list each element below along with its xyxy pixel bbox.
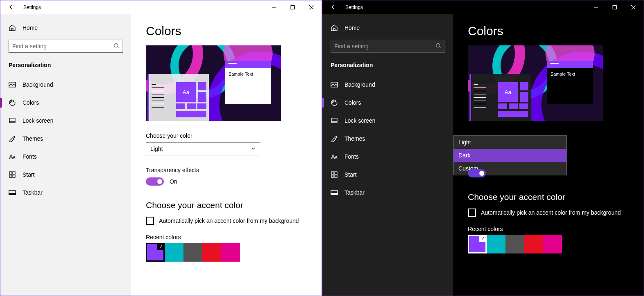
transparency-toggle[interactable] <box>146 177 164 186</box>
fonts-icon <box>331 153 338 160</box>
nav-label: Start <box>22 171 35 178</box>
maximize-button[interactable] <box>605 1 624 14</box>
nav-colors[interactable]: Colors <box>322 94 453 112</box>
picture-icon <box>331 81 338 88</box>
close-button[interactable] <box>624 1 643 14</box>
nav-start[interactable]: Start <box>322 166 453 184</box>
search-field[interactable] <box>334 43 436 49</box>
lockscreen-icon <box>331 117 338 124</box>
nav-label: Taskbar <box>22 189 42 196</box>
swatch-0[interactable] <box>468 235 487 253</box>
svg-point-9 <box>13 101 13 101</box>
nav-lockscreen[interactable]: Lock screen <box>322 112 453 130</box>
themes-icon <box>331 135 338 142</box>
palette-icon <box>9 99 16 106</box>
option-light[interactable]: Light <box>454 136 566 149</box>
minimize-button[interactable] <box>264 1 283 14</box>
transparency-toggle[interactable] <box>468 169 486 177</box>
themes-icon <box>9 135 16 142</box>
swatch-0[interactable] <box>146 243 165 262</box>
auto-accent-label: Automatically pick an accent color from … <box>159 218 299 224</box>
content: Colors Aa Sample Text <box>131 14 322 296</box>
section-title: Personalization <box>0 59 131 76</box>
swatch-4[interactable] <box>221 243 240 262</box>
nav-start[interactable]: Start <box>0 166 131 184</box>
window-controls <box>586 1 643 14</box>
svg-rect-1 <box>291 6 295 9</box>
app-title: Settings <box>345 4 363 10</box>
checkbox-icon <box>468 209 476 217</box>
nav-background[interactable]: Background <box>322 76 453 94</box>
option-dark[interactable]: Dark <box>454 149 566 162</box>
page-title: Colors <box>468 24 629 38</box>
nav-lockscreen[interactable]: Lock screen <box>0 112 131 130</box>
svg-line-5 <box>118 47 119 48</box>
svg-point-8 <box>11 101 12 101</box>
checkbox-icon <box>146 217 154 225</box>
auto-accent-label: Automatically pick an accent color from … <box>481 209 621 216</box>
section-title: Personalization <box>322 59 453 76</box>
preview-start-thumb: Aa <box>470 74 531 121</box>
svg-rect-35 <box>331 193 338 195</box>
home-button[interactable]: Home <box>0 20 131 36</box>
svg-rect-19 <box>613 6 617 9</box>
swatch-1[interactable] <box>487 235 505 253</box>
settings-window-dark: Settings Home Personalization <box>322 0 644 296</box>
svg-rect-15 <box>13 175 15 177</box>
swatch-2[interactable] <box>183 243 202 262</box>
swatch-4[interactable] <box>543 235 562 253</box>
nav-label: Background <box>22 81 53 88</box>
svg-rect-13 <box>13 172 15 174</box>
auto-accent-checkbox-row[interactable]: Automatically pick an accent color from … <box>146 217 307 225</box>
dropdown-value: Light <box>150 146 163 152</box>
back-button[interactable] <box>7 4 15 11</box>
nav-label: Fonts <box>344 153 359 160</box>
maximize-button[interactable] <box>283 1 302 14</box>
minimize-button[interactable] <box>586 1 605 14</box>
back-button[interactable] <box>329 4 337 11</box>
nav-themes[interactable]: Themes <box>322 130 453 148</box>
svg-point-22 <box>436 43 440 47</box>
svg-rect-30 <box>331 172 334 174</box>
nav-taskbar[interactable]: Taskbar <box>0 184 131 202</box>
nav-fonts[interactable]: Fonts <box>322 148 453 166</box>
swatch-2[interactable] <box>505 235 524 253</box>
transparency-label: Transparency effects <box>146 167 307 173</box>
svg-point-25 <box>332 102 333 103</box>
palette-icon <box>331 99 338 106</box>
search-input[interactable] <box>331 40 445 53</box>
taskbar-icon <box>331 189 338 196</box>
nav-label: Fonts <box>22 153 37 160</box>
svg-rect-31 <box>335 172 337 174</box>
svg-rect-28 <box>331 118 337 123</box>
svg-rect-17 <box>9 193 16 195</box>
swatch-3[interactable] <box>202 243 221 262</box>
nav-themes[interactable]: Themes <box>0 130 131 148</box>
svg-point-26 <box>333 101 334 101</box>
home-button[interactable]: Home <box>322 20 453 36</box>
theme-preview: Aa Sample Text <box>146 45 281 121</box>
swatch-3[interactable] <box>524 235 543 253</box>
color-mode-dropdown[interactable]: Light <box>146 142 260 155</box>
swatch-1[interactable] <box>165 243 183 262</box>
svg-point-27 <box>335 101 335 101</box>
titlebar: Settings <box>0 0 322 14</box>
search-field[interactable] <box>12 43 114 49</box>
recent-color-swatches <box>468 235 629 253</box>
nav-fonts[interactable]: Fonts <box>0 148 131 166</box>
search-input[interactable] <box>9 40 123 53</box>
search-icon <box>436 43 441 50</box>
recent-colors-label: Recent colors <box>146 234 307 240</box>
auto-accent-checkbox-row[interactable]: Automatically pick an accent color from … <box>468 209 629 217</box>
nav-taskbar[interactable]: Taskbar <box>322 184 453 202</box>
picture-icon <box>9 81 16 88</box>
accent-heading: Choose your accent color <box>468 192 629 202</box>
nav-label: Taskbar <box>344 189 364 196</box>
nav-colors[interactable]: Colors <box>0 94 131 112</box>
nav-label: Themes <box>344 135 365 142</box>
preview-tile-aa: Aa <box>498 82 518 102</box>
nav-background[interactable]: Background <box>0 76 131 94</box>
close-button[interactable] <box>302 1 321 14</box>
theme-preview: Aa Sample Text <box>468 45 603 121</box>
sidebar: Home Personalization Background Colors <box>0 14 131 296</box>
